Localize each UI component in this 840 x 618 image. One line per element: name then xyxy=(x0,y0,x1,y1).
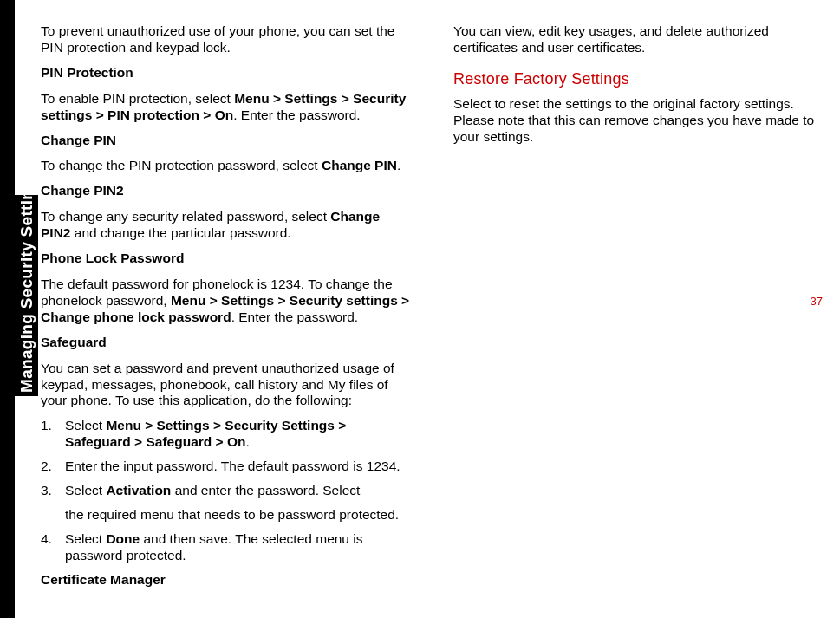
step-number: 3. xyxy=(41,483,65,499)
text-span: To change the PIN protection password, s… xyxy=(41,158,322,172)
step-text: Select Done and then save. The selected … xyxy=(65,531,410,564)
step-text: the required menu that needs to be passw… xyxy=(65,507,410,524)
step-number: 2. xyxy=(41,459,65,475)
certificate-manager-body: You can view, edit key usages, and delet… xyxy=(453,23,823,56)
restore-factory-settings-title: Restore Factory Settings xyxy=(453,70,823,89)
phone-lock-heading: Phone Lock Password xyxy=(41,250,410,267)
text-span: . xyxy=(397,158,400,172)
menu-path: Done xyxy=(106,531,140,546)
step-4: 4. Select Done and then save. The select… xyxy=(41,531,410,564)
menu-path: Activation xyxy=(106,483,171,498)
change-pin2-body: To change any security related password,… xyxy=(41,209,410,242)
step-text: Select Activation and enter the password… xyxy=(65,483,410,499)
certificate-manager-heading: Certificate Manager xyxy=(41,572,410,589)
menu-path: Change PIN xyxy=(322,158,397,172)
step-text: Select Menu > Settings > Security Settin… xyxy=(65,418,410,451)
change-pin-heading: Change PIN xyxy=(41,133,410,149)
text-span: . Enter the password. xyxy=(231,309,358,324)
step-3: 3. Select Activation and enter the passw… xyxy=(41,483,410,499)
text-span: To change any security related password,… xyxy=(41,209,330,224)
step-number: 1. xyxy=(41,418,65,451)
safeguard-heading: Safeguard xyxy=(41,335,410,351)
restore-factory-settings-body: Select to reset the settings to the orig… xyxy=(453,96,823,146)
text-span: and enter the password. Select xyxy=(171,483,360,498)
step-number-blank xyxy=(41,507,65,524)
pin-protection-body: To enable PIN protection, select Menu > … xyxy=(41,91,410,124)
text-span: Select xyxy=(65,531,106,546)
intro-paragraph: To prevent unauthorized use of your phon… xyxy=(41,23,410,56)
change-pin2-heading: Change PIN2 xyxy=(41,183,410,199)
step-1: 1. Select Menu > Settings > Security Set… xyxy=(41,418,410,451)
sidebar-tab-label: Managing Security Settings xyxy=(15,195,38,396)
pin-protection-heading: PIN Protection xyxy=(41,65,410,81)
sidebar-black-strip xyxy=(0,0,15,618)
text-span: Select xyxy=(65,418,106,433)
step-2: 2. Enter the input password. The default… xyxy=(41,459,410,475)
menu-path: Menu > Settings > Security Settings > Sa… xyxy=(65,418,346,449)
step-3-continuation: the required menu that needs to be passw… xyxy=(41,507,410,524)
step-text: Enter the input password. The default pa… xyxy=(65,459,410,475)
safeguard-intro: You can set a password and prevent unaut… xyxy=(41,361,410,410)
phone-lock-body: The default password for phonelock is 12… xyxy=(41,276,410,326)
text-span: . Enter the password. xyxy=(233,107,360,122)
step-number: 4. xyxy=(41,531,65,564)
text-span: . xyxy=(245,434,249,449)
change-pin-body: To change the PIN protection password, s… xyxy=(41,158,410,174)
text-span: Select xyxy=(65,483,106,498)
text-span: and change the particular password. xyxy=(70,225,290,240)
page-content: To prevent unauthorized use of your phon… xyxy=(41,23,823,601)
text-span: To enable PIN protection, select xyxy=(41,91,234,106)
